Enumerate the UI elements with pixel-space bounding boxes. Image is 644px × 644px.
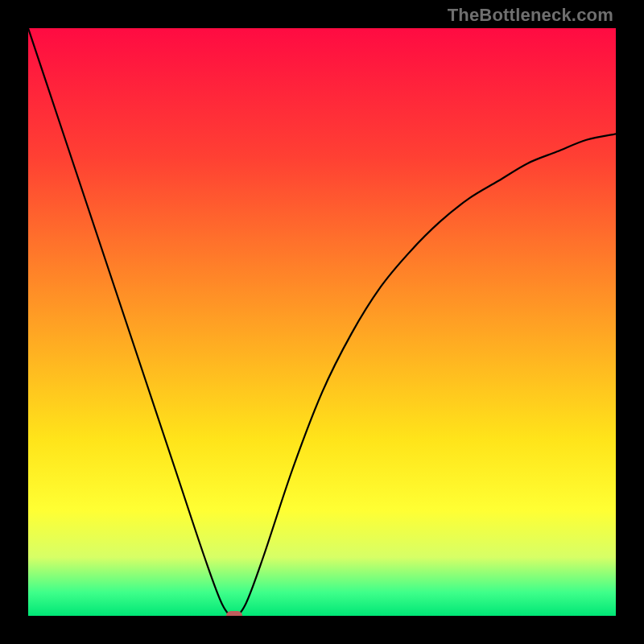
bottleneck-curve [28,28,616,616]
plot-area [28,28,616,616]
minimum-marker-icon [226,611,242,616]
chart-frame: TheBottleneck.com [0,0,644,644]
watermark-text: TheBottleneck.com [448,5,613,26]
